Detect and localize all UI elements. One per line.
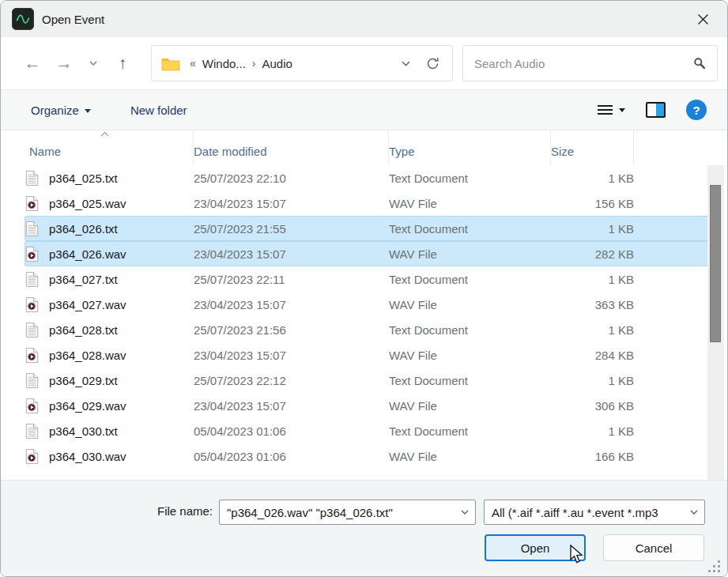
breadcrumb-parent-folder[interactable]: Windo... <box>198 57 251 70</box>
change-view-button[interactable] <box>598 103 625 117</box>
file-type: WAV File <box>389 399 551 413</box>
breadcrumb-current-folder[interactable]: Audio <box>258 57 297 70</box>
preview-pane-icon[interactable] <box>646 102 666 118</box>
txt-file-icon <box>25 170 47 187</box>
file-type: Text Document <box>389 374 551 387</box>
address-dropdown-icon[interactable] <box>392 50 419 77</box>
file-size: 282 KB <box>551 247 634 261</box>
column-header-date[interactable]: Date modified <box>193 130 388 165</box>
file-size: 1 KB <box>551 172 634 185</box>
txt-file-icon <box>25 423 47 439</box>
forward-button[interactable]: → <box>48 49 80 77</box>
file-size: 156 KB <box>551 197 634 210</box>
column-label: Type <box>389 145 415 158</box>
cancel-button-label: Cancel <box>636 541 673 555</box>
new-folder-label: New folder <box>130 104 187 117</box>
file-type: Text Document <box>389 172 551 185</box>
txt-file-icon <box>25 372 47 389</box>
table-row[interactable]: p364_030.wav05/04/2023 01:06WAV File166 … <box>25 443 717 469</box>
column-label: Name <box>29 145 61 158</box>
file-name: p364_025.txt <box>47 172 194 185</box>
breadcrumb[interactable]: « Windo... › Audio <box>151 45 453 81</box>
file-date-modified: 25/07/2023 21:55 <box>194 222 389 236</box>
file-date-modified: 25/07/2023 22:11 <box>194 273 389 286</box>
table-row[interactable]: p364_029.wav23/04/2023 15:07WAV File306 … <box>25 393 717 418</box>
file-type-combobox[interactable]: All (*.aif *.aiff *.au *.event *.mp3 <box>484 500 705 525</box>
wav-file-icon <box>25 448 47 465</box>
table-row[interactable]: p364_025.wav23/04/2023 15:07WAV File156 … <box>25 190 717 216</box>
file-name: p364_026.txt <box>47 222 194 236</box>
file-name: p364_026.wav <box>47 247 194 261</box>
sort-ascending-icon <box>100 131 109 137</box>
file-name: p364_028.wav <box>47 349 194 362</box>
table-row[interactable]: p364_027.txt25/07/2023 22:11Text Documen… <box>25 266 717 292</box>
file-name: p364_030.wav <box>47 450 194 463</box>
chevron-down-icon[interactable] <box>688 507 700 518</box>
file-type: Text Document <box>389 273 551 286</box>
file-size: 166 KB <box>551 450 634 463</box>
column-header-size[interactable]: Size <box>550 130 633 165</box>
wav-file-icon <box>25 398 47 414</box>
scrollbar-track[interactable] <box>707 165 724 480</box>
new-folder-button[interactable]: New folder <box>130 104 187 117</box>
column-header-name[interactable]: Name <box>25 130 193 165</box>
file-size: 1 KB <box>551 273 634 286</box>
table-row[interactable]: p364_030.txt05/04/2023 01:06Text Documen… <box>25 418 717 443</box>
breadcrumb-separator-icon: › <box>251 57 258 70</box>
organize-button[interactable]: Organize <box>31 104 91 117</box>
file-date-modified: 05/04/2023 01:06 <box>194 450 389 463</box>
txt-file-icon <box>25 322 47 338</box>
file-name: p364_030.txt <box>47 424 194 438</box>
file-name: p364_027.txt <box>47 273 194 286</box>
file-name: p364_027.wav <box>47 298 194 311</box>
table-row[interactable]: p364_028.txt25/07/2023 21:56Text Documen… <box>25 317 717 342</box>
wav-file-icon <box>25 195 47 212</box>
file-type: WAV File <box>389 450 551 463</box>
help-icon[interactable]: ? <box>686 100 707 120</box>
cancel-button[interactable]: Cancel <box>603 534 704 561</box>
sine-wave-icon <box>14 10 32 28</box>
file-name: p364_028.txt <box>47 323 194 337</box>
search-input[interactable] <box>474 57 693 70</box>
title-bar: Open Event <box>1 1 727 37</box>
app-icon <box>12 8 34 30</box>
table-row[interactable]: p364_025.txt25/07/2023 22:10Text Documen… <box>25 165 717 190</box>
file-type: WAV File <box>389 298 551 311</box>
refresh-icon[interactable] <box>419 50 446 77</box>
search-icon[interactable] <box>693 57 706 70</box>
table-row[interactable]: p364_026.txt25/07/2023 21:55Text Documen… <box>25 216 717 241</box>
scrollbar-thumb[interactable] <box>710 185 721 342</box>
recent-locations-button[interactable] <box>80 49 107 77</box>
file-name-combobox[interactable]: "p364_026.wav" "p364_026.txt" <box>219 500 476 525</box>
back-button[interactable]: ← <box>17 49 48 77</box>
close-icon[interactable] <box>691 7 715 31</box>
file-size: 1 KB <box>551 222 634 236</box>
search-box[interactable] <box>462 45 718 81</box>
open-button-label: Open <box>521 541 550 555</box>
file-date-modified: 23/04/2023 15:07 <box>194 399 389 413</box>
dialog-footer: File name: "p364_026.wav" "p364_026.txt"… <box>1 480 727 577</box>
table-row[interactable]: p364_027.wav23/04/2023 15:07WAV File363 … <box>25 292 717 317</box>
column-header-type[interactable]: Type <box>388 130 550 165</box>
toolbar-right-group: ? <box>598 100 707 120</box>
resize-grip[interactable] <box>707 560 720 572</box>
file-size: 363 KB <box>551 298 634 311</box>
file-date-modified: 25/07/2023 22:10 <box>194 172 389 185</box>
chevron-down-icon[interactable] <box>459 507 470 518</box>
table-row[interactable]: p364_029.txt25/07/2023 22:12Text Documen… <box>25 368 717 393</box>
breadcrumb-overflow[interactable]: « <box>188 57 198 70</box>
wav-file-icon <box>25 347 47 364</box>
table-row[interactable]: p364_026.wav23/04/2023 15:07WAV File282 … <box>25 241 717 266</box>
file-type: Text Document <box>389 222 551 236</box>
column-label: Date modified <box>194 145 267 158</box>
file-name: p364_029.txt <box>47 374 194 387</box>
table-row[interactable]: p364_028.wav23/04/2023 15:07WAV File284 … <box>25 342 717 368</box>
txt-file-icon <box>25 271 47 288</box>
file-type: WAV File <box>389 247 551 261</box>
wav-file-icon <box>25 246 47 262</box>
up-button[interactable]: ↑ <box>107 49 138 77</box>
column-label: Size <box>551 145 574 158</box>
file-type: Text Document <box>389 323 551 337</box>
file-date-modified: 23/04/2023 15:07 <box>194 197 389 210</box>
file-date-modified: 25/07/2023 22:12 <box>194 374 389 387</box>
